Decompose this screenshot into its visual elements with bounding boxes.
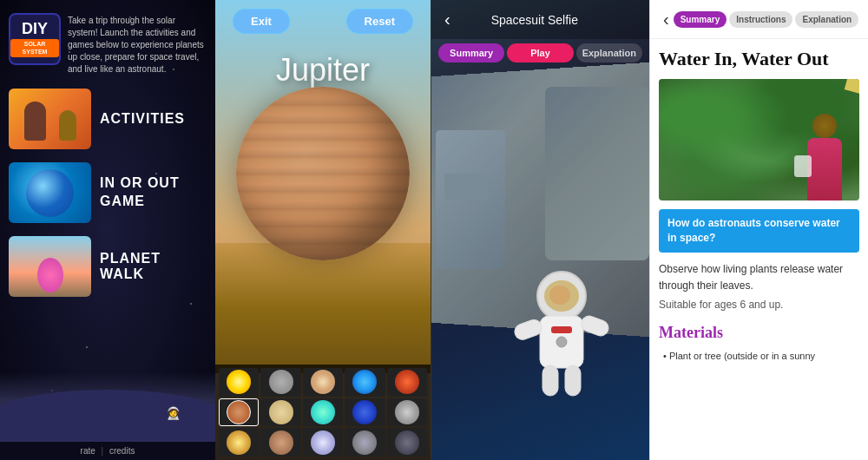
activity-image xyxy=(659,79,859,200)
panel3-navigation: ‹ Spacesuit Selfie xyxy=(431,0,649,39)
tab-summary[interactable]: Summary xyxy=(438,43,504,62)
planet-walk-item[interactable]: PLANET WALK xyxy=(9,236,207,297)
planet-callisto xyxy=(395,430,419,455)
footer-divider: | xyxy=(102,446,104,456)
planet-cell-pluto[interactable] xyxy=(260,428,300,457)
panel-spacesuit-selfie: ‹ Spacesuit Selfie Summary Play Explanat… xyxy=(431,0,649,460)
moon-surface: 🧑‍🚀 xyxy=(0,372,215,442)
activities-image xyxy=(9,89,91,149)
planet-cell-earth[interactable] xyxy=(345,368,385,397)
bag-in-hand xyxy=(794,155,812,177)
planet-moon xyxy=(395,400,419,424)
diy-logo-text: DIY xyxy=(22,21,48,36)
jupiter-planet xyxy=(236,87,410,260)
question-text: How do astronauts conserve water in spac… xyxy=(667,217,840,244)
moon-hills xyxy=(0,390,215,442)
credits-link[interactable]: credits xyxy=(109,446,135,456)
exit-button[interactable]: Exit xyxy=(233,9,290,34)
panel1-footer: 🧑‍🚀 rate | credits xyxy=(0,372,215,460)
panel4-navigation: ‹ Summary Instructions Explanation xyxy=(650,0,868,39)
planet-cell-sun[interactable] xyxy=(219,368,259,397)
planet-sun xyxy=(227,370,251,394)
svg-point-2 xyxy=(549,286,570,305)
svg-point-9 xyxy=(556,337,567,347)
panel4-content: Water In, Water Out How do astronauts co… xyxy=(650,39,868,460)
person-with-bag xyxy=(799,114,851,200)
materials-heading: Materials xyxy=(659,324,859,342)
question-box: How do astronauts conserve water in spac… xyxy=(659,209,859,253)
activities-thumbnail xyxy=(9,89,91,149)
suitable-text: Suitable for ages 6 and up. xyxy=(659,299,859,311)
panel1-header: DIY SOLAR SYSTEM Take a trip through the… xyxy=(0,0,215,84)
activities-item[interactable]: ACTIVITIES xyxy=(9,89,207,149)
astronaut-figure xyxy=(510,266,614,408)
diy-logo: DIY SOLAR SYSTEM xyxy=(9,13,61,65)
planet-cell-mercury[interactable] xyxy=(260,368,300,397)
tab-play[interactable]: Play xyxy=(507,43,573,62)
planet-europa xyxy=(311,430,335,455)
back-arrow[interactable]: ‹ xyxy=(440,5,455,34)
tab4-summary[interactable]: Summary xyxy=(674,11,727,28)
in-or-out-label: IN OR OUT GAME xyxy=(100,174,207,211)
planet-neptune xyxy=(352,400,377,424)
planet-earth xyxy=(352,370,377,394)
svg-rect-7 xyxy=(565,365,581,396)
materials-item1: • Plant or tree (outside or in a sunny xyxy=(663,351,815,361)
svg-rect-4 xyxy=(512,318,543,342)
person-head xyxy=(812,114,837,138)
planet-cell-saturn[interactable] xyxy=(260,398,300,427)
people-silhouette xyxy=(20,97,81,141)
in-or-out-item[interactable]: IN OR OUT GAME xyxy=(9,162,207,223)
planet-cell-europa[interactable] xyxy=(303,428,343,457)
planet-cell-moon[interactable] xyxy=(387,398,427,427)
planet-walk-label: PLANET WALK xyxy=(100,251,207,282)
planet-cell-callisto[interactable] xyxy=(387,428,427,457)
panel4-tabs: Summary Instructions Explanation xyxy=(674,11,859,28)
reset-button[interactable]: Reset xyxy=(346,9,413,34)
planet-walk-thumbnail xyxy=(9,236,91,297)
planet-mars xyxy=(395,370,419,394)
panel-jupiter: Exit Reset Jupiter xyxy=(215,0,431,460)
planet-image xyxy=(9,162,91,223)
svg-rect-6 xyxy=(542,365,558,396)
solar-badge: SOLAR SYSTEM xyxy=(10,39,59,57)
materials-list: • Plant or tree (outside or in a sunny xyxy=(659,349,859,365)
astronaut-small: 🧑‍🚀 xyxy=(166,406,181,420)
header-description: Take a trip through the solar system! La… xyxy=(68,13,207,76)
astronaut-svg xyxy=(510,266,614,404)
planet-cell-uranus[interactable] xyxy=(303,398,343,427)
balloon xyxy=(37,258,63,292)
planet-walk-image xyxy=(9,236,91,297)
planet-cell-neptune[interactable] xyxy=(345,398,385,427)
planet-venus xyxy=(311,370,335,394)
iss-detail xyxy=(444,174,488,200)
tab4-instructions[interactable]: Instructions xyxy=(729,11,792,28)
rate-link[interactable]: rate xyxy=(81,446,95,456)
panel2-top-bar: Exit Reset xyxy=(215,9,431,34)
svg-rect-8 xyxy=(551,326,572,333)
planet-cell-mars[interactable] xyxy=(387,368,427,397)
jupiter-title: Jupiter xyxy=(215,52,431,89)
panel4-back-arrow[interactable]: ‹ xyxy=(659,5,674,34)
tab4-explanation[interactable]: Explanation xyxy=(795,11,858,28)
svg-rect-5 xyxy=(579,314,610,338)
person-body xyxy=(807,138,842,200)
planet-uranus xyxy=(311,400,335,424)
planet-cell-io[interactable] xyxy=(219,428,259,457)
panel3-tabs: Summary Play Explanation xyxy=(431,39,649,67)
iss-module xyxy=(436,130,505,269)
planet-cell-jupiter[interactable] xyxy=(219,398,259,427)
planet-pluto xyxy=(269,430,293,455)
footer-links: rate | credits xyxy=(0,442,215,460)
activities-label: ACTIVITIES xyxy=(100,111,185,127)
ground-surface xyxy=(215,243,431,373)
planet-jupiter xyxy=(227,400,251,424)
tab-explanation[interactable]: Explanation xyxy=(576,43,642,62)
planet-cell-ganymede[interactable] xyxy=(345,428,385,457)
activity-image-container xyxy=(659,79,859,200)
in-or-out-thumbnail xyxy=(9,162,91,223)
planet-saturn xyxy=(269,400,293,424)
planet-cell-venus[interactable] xyxy=(303,368,343,397)
planet-ganymede xyxy=(352,430,377,455)
page-title: Water In, Water Out xyxy=(659,48,859,70)
